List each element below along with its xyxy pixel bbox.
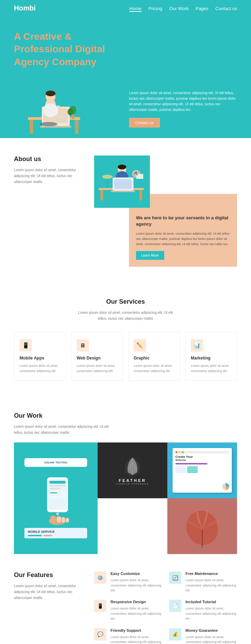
leaf-svg [178,502,227,551]
feather-svg [124,456,141,477]
free-maintenance-icon: 🔄 [169,571,181,584]
graphic-icon: ✏️ [134,339,146,351]
tutorial-text: Lorem ipsum dolor sit amet, consectetur … [185,606,237,621]
work-grid: ONLINE TESTING [14,442,237,554]
svg-point-8 [46,91,55,96]
about-text: Lorem ipsum dolor sit amet, consectetur … [14,167,84,185]
easy-customize-icon: ⚙️ [94,571,106,584]
about-box-text: Lorem ipsum dolor sit amet, consectetur … [136,231,230,247]
feather-title: FEATHER [119,478,146,483]
svg-rect-43 [51,516,56,523]
hero-right: Lorem ipsum dolor sit amet, consectetur … [122,87,237,138]
feature-money-guarantee: 💰 Money Guarantee Lorem ipsum dolor sit … [169,628,237,644]
work-title: Our Work [14,412,237,419]
feather-subtitle: creative silhouette [116,483,149,485]
svg-rect-2 [75,120,78,134]
about-left: About us Lorem ipsum dolor sit amet, con… [14,156,84,185]
money-guarantee-icon: 💰 [169,628,181,641]
responsive-content: Responsive Design Lorem ipsum dolor sit … [111,600,162,621]
nav-our-work[interactable]: Our Work [169,6,189,11]
money-guarantee-title: Money Guarantee [185,628,237,632]
free-maintenance-title: Free Maintenance [185,571,237,576]
hero-description: Lorem ipsum dolor sit amet, consectetur … [129,90,237,113]
service-marketing-text: Lorem ipsum dolor sit amet, consectetur … [191,363,231,373]
contact-us-button[interactable]: Contact us [129,118,160,128]
nav-pricing[interactable]: Pricing [149,6,162,11]
svg-point-21 [118,165,126,169]
hero-section: A Creative & Professional Digital Agency… [0,16,251,138]
features-text: Lorem ipsum dolor sit amet, consectetur … [14,583,84,601]
work-right: FEATHER creative silhouette Create Your … [98,442,237,554]
about-section: About us Lorem ipsum dolor sit amet, con… [0,138,251,284]
svg-point-10 [43,103,58,117]
service-mobile-text: Lorem ipsum dolor sit amet, consectetur … [20,363,60,373]
hero-title: A Creative & Professional Digital Agency… [14,30,122,68]
features-grid: ⚙️ Easy Customize Lorem ipsum dolor sit … [94,571,237,644]
service-marketing: 📊 Marketing Lorem ipsum dolor sit amet, … [185,332,237,381]
about-box-title: We are here to be your servants in a dig… [136,215,230,227]
hero-svg [17,79,87,138]
support-title: Friendly Support [111,628,162,632]
service-web-title: Web Design [77,356,117,361]
service-marketing-title: Marketing [191,356,231,361]
service-graphic: ✏️ Graphic Lorem ipsum dolor sit amet, c… [128,332,180,381]
svg-rect-45 [62,517,65,523]
nav-logo: Hombi [14,4,36,12]
feature-responsive: 📱 Responsive Design Lorem ipsum dolor si… [94,600,162,621]
feature-easy-customize: ⚙️ Easy Customize Lorem ipsum dolor sit … [94,571,162,593]
svg-rect-44 [57,516,61,523]
services-title: Our Services [14,298,237,305]
service-mobile-apps: 📱 Mobile Apps Lorem ipsum dolor sit amet… [14,332,66,381]
svg-rect-1 [30,120,33,134]
tutorial-content: Included Tutorial Lorem ipsum dolor sit … [185,600,237,621]
hero-illustration [14,75,91,138]
work-website-item: Create Your Website [167,442,237,498]
easy-customize-content: Easy Customize Lorem ipsum dolor sit ame… [111,571,162,593]
nav-home[interactable]: Home [129,6,142,12]
mini-chart [221,482,230,491]
nav-pages[interactable]: Pages [196,6,208,11]
responsive-icon: 📱 [94,600,106,612]
website-sub: Website [175,459,229,462]
easy-customize-text: Lorem ipsum dolor sit amet, consectetur … [111,578,162,593]
svg-point-32 [102,175,113,179]
services-section: Our Services Lorem ipsum dolor sit amet,… [0,284,251,398]
learn-more-button[interactable]: Learn More [136,251,164,260]
service-graphic-text: Lorem ipsum dolor sit amet, consectetur … [134,363,175,373]
features-left: Our Features Lorem ipsum dolor sit amet,… [14,571,84,644]
responsive-title: Responsive Design [111,600,162,604]
svg-rect-46 [66,518,69,523]
work-section: Our Work Lorem ipsum dolor sit amet, con… [0,398,251,554]
mobile-svg [35,470,77,526]
mobile-apps-icon: 📱 [20,339,32,351]
feature-free-maintenance: 🔄 Free Maintenance Lorem ipsum dolor sit… [169,571,237,593]
svg-rect-19 [139,190,142,200]
svg-rect-37 [50,485,66,486]
work-leaf-item [167,498,237,554]
easy-customize-title: Easy Customize [111,571,162,576]
features-title: Our Features [14,571,84,579]
feature-support: 💬 Friendly Support Lorem ipsum dolor sit… [94,628,162,644]
nav-contact[interactable]: Contact us [215,6,237,11]
svg-rect-40 [50,492,57,493]
services-text: Lorem ipsum dolor sit amet, consectetur … [73,310,178,321]
service-web-text: Lorem ipsum dolor sit amet, consectetur … [77,363,117,373]
about-right: We are here to be your servants in a dig… [94,156,237,267]
money-guarantee-text: Lorem ipsum dolor sit amet, consectetur … [185,635,237,644]
svg-rect-36 [50,481,66,484]
services-grid: 📱 Mobile Apps Lorem ipsum dolor sit amet… [14,332,237,381]
service-mobile-title: Mobile Apps [20,356,60,361]
svg-point-30 [136,174,138,175]
features-section: Our Features Lorem ipsum dolor sit amet,… [0,554,251,644]
money-guarantee-content: Money Guarantee Lorem ipsum dolor sit am… [185,628,237,644]
responsive-text: Lorem ipsum dolor sit amet, consectetur … [111,606,162,621]
svg-rect-15 [56,115,66,118]
svg-point-35 [56,513,59,515]
service-web-design: 🖥 Web Design Lorem ipsum dolor sit amet,… [71,332,123,381]
free-maintenance-content: Free Maintenance Lorem ipsum dolor sit a… [185,571,237,593]
about-title: About us [14,156,84,163]
svg-rect-18 [100,190,103,200]
svg-point-14 [68,108,73,115]
svg-rect-25 [111,191,135,192]
nav-links: Home Pricing Our Work Pages Contact us [129,5,237,12]
